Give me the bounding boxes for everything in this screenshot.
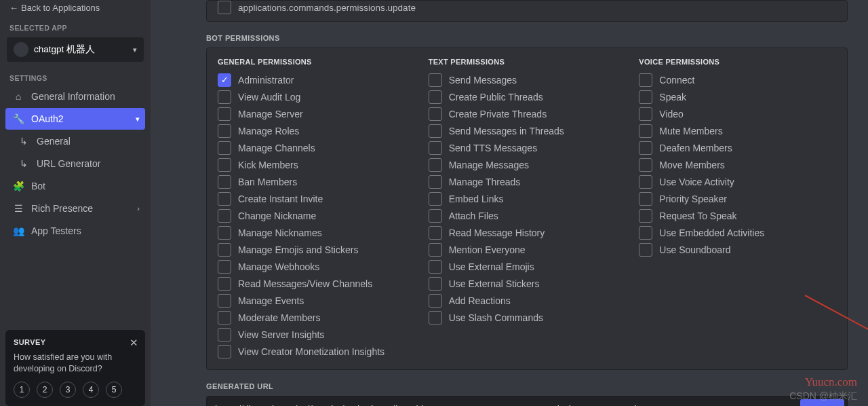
permission-checkbox[interactable]: [218, 260, 231, 274]
permission-checkbox[interactable]: [218, 90, 231, 104]
permission-checkbox[interactable]: [429, 158, 442, 172]
permission-row: View Audit Log: [218, 88, 415, 105]
permission-checkbox[interactable]: [218, 209, 231, 223]
permission-label: View Creator Monetization Insights: [238, 345, 384, 358]
permission-checkbox[interactable]: [429, 209, 442, 223]
permission-checkbox[interactable]: [429, 192, 442, 206]
permission-row: Move Members: [639, 156, 836, 173]
survey-option-5[interactable]: 5: [106, 382, 122, 398]
permission-checkbox[interactable]: [429, 260, 442, 274]
nav-item-general[interactable]: ↳ General: [5, 130, 145, 152]
permission-checkbox[interactable]: [429, 90, 442, 104]
permission-checkbox[interactable]: [639, 124, 652, 138]
survey-card: ✕ SURVEY How satisfied are you with deve…: [5, 330, 145, 406]
settings-label: SETTINGS: [0, 69, 151, 85]
survey-option-2[interactable]: 2: [37, 382, 53, 398]
nav-item-general-information[interactable]: ⌂ General Information: [5, 86, 145, 107]
permission-checkbox[interactable]: [218, 277, 231, 291]
permission-label: Manage Webhooks: [238, 260, 319, 274]
permission-checkbox[interactable]: [429, 175, 442, 189]
permission-checkbox[interactable]: [218, 158, 231, 172]
permission-checkbox[interactable]: [218, 107, 231, 121]
permission-label: Create Private Threads: [449, 107, 547, 121]
permission-label: Priority Speaker: [659, 192, 727, 206]
survey-option-3[interactable]: 3: [60, 382, 76, 398]
permission-row: Send TTS Messages: [429, 139, 626, 156]
permission-checkbox[interactable]: [218, 124, 231, 138]
generated-url-heading: GENERATED URL: [206, 382, 848, 390]
permission-checkbox[interactable]: [429, 294, 442, 308]
permission-checkbox[interactable]: [218, 345, 231, 358]
survey-option-4[interactable]: 4: [83, 382, 99, 398]
permission-checkbox[interactable]: ✓: [218, 73, 231, 87]
permission-checkbox[interactable]: [218, 328, 231, 342]
nav-item-app-testers[interactable]: 👥 App Testers: [5, 220, 145, 242]
permission-row: Use Embedded Activities: [639, 224, 836, 241]
permission-row: ✓ Administrator: [218, 71, 415, 88]
permission-checkbox[interactable]: [218, 311, 231, 325]
app-selector[interactable]: chatgpt 机器人 ▾: [7, 37, 144, 62]
permission-checkbox[interactable]: [639, 226, 652, 240]
nav-item-oauth2[interactable]: 🔧 OAuth2 ▾: [5, 108, 145, 130]
permission-label: Move Members: [659, 158, 724, 172]
nav-label: Rich Presence: [31, 203, 93, 214]
permission-label: Send TTS Messages: [449, 141, 537, 155]
permission-checkbox[interactable]: [429, 277, 442, 291]
permission-label: Use External Stickers: [449, 277, 540, 291]
permission-checkbox[interactable]: [639, 175, 652, 189]
permission-label: Manage Events: [238, 294, 304, 308]
permission-checkbox[interactable]: [639, 73, 652, 87]
permission-checkbox[interactable]: [218, 175, 231, 189]
generated-url-row: Copy: [206, 396, 848, 406]
permission-row: Embed Links: [429, 190, 626, 207]
chevron-down-icon: ▾: [136, 115, 140, 124]
nav-item-url-generator[interactable]: ↳ URL Generator: [5, 153, 145, 174]
permission-row: Manage Channels: [218, 139, 415, 156]
permission-checkbox[interactable]: [218, 226, 231, 240]
permission-row: Create Instant Invite: [218, 190, 415, 207]
permission-row: Manage Nicknames: [218, 224, 415, 241]
permission-label: Kick Members: [238, 158, 298, 172]
permission-checkbox[interactable]: [218, 294, 231, 308]
nav-item-bot[interactable]: 🧩 Bot: [5, 175, 145, 197]
users-icon: 👥: [12, 225, 24, 237]
permission-row: Video: [639, 105, 836, 122]
permission-row: View Server Insights: [218, 326, 415, 343]
permission-checkbox[interactable]: [429, 311, 442, 325]
permission-checkbox[interactable]: [639, 209, 652, 223]
permission-checkbox[interactable]: [639, 158, 652, 172]
permission-checkbox[interactable]: [429, 226, 442, 240]
permission-checkbox[interactable]: [429, 124, 442, 138]
permission-checkbox[interactable]: [639, 90, 652, 104]
permission-checkbox[interactable]: [429, 107, 442, 121]
permission-checkbox[interactable]: [218, 1, 231, 14]
permission-checkbox[interactable]: [639, 107, 652, 121]
permission-checkbox[interactable]: [639, 141, 652, 155]
survey-option-1[interactable]: 1: [14, 382, 30, 398]
nav-item-rich-presence[interactable]: ☰ Rich Presence ›: [5, 198, 145, 219]
permission-row: Deafen Members: [639, 139, 836, 156]
permission-checkbox[interactable]: [218, 192, 231, 206]
wrench-icon: 🔧: [12, 113, 24, 125]
permission-checkbox[interactable]: [639, 192, 652, 206]
permission-row: Send Messages in Threads: [429, 122, 626, 139]
close-icon[interactable]: ✕: [130, 337, 138, 349]
permission-checkbox[interactable]: [429, 243, 442, 257]
permission-checkbox[interactable]: [639, 243, 652, 257]
selected-app-label: SELECTED APP: [0, 18, 151, 35]
permission-row: Read Message History: [429, 224, 626, 241]
permission-checkbox[interactable]: [429, 141, 442, 155]
permission-checkbox[interactable]: [218, 141, 231, 155]
nav-label: General: [37, 136, 71, 147]
permission-label: Video: [659, 107, 684, 121]
permission-row: Manage Threads: [429, 173, 626, 190]
permission-checkbox[interactable]: [218, 243, 231, 257]
permission-label: Read Messages/View Channels: [238, 277, 372, 291]
permission-row: Change Nickname: [218, 207, 415, 224]
back-to-apps-link[interactable]: ← Back to Applications: [0, 0, 151, 18]
survey-title: SURVEY: [14, 338, 137, 346]
generated-url-input[interactable]: [207, 398, 797, 406]
permission-checkbox[interactable]: [429, 73, 442, 87]
permission-row: Use Slash Commands: [429, 309, 626, 326]
permission-row: Send Messages: [429, 71, 626, 88]
